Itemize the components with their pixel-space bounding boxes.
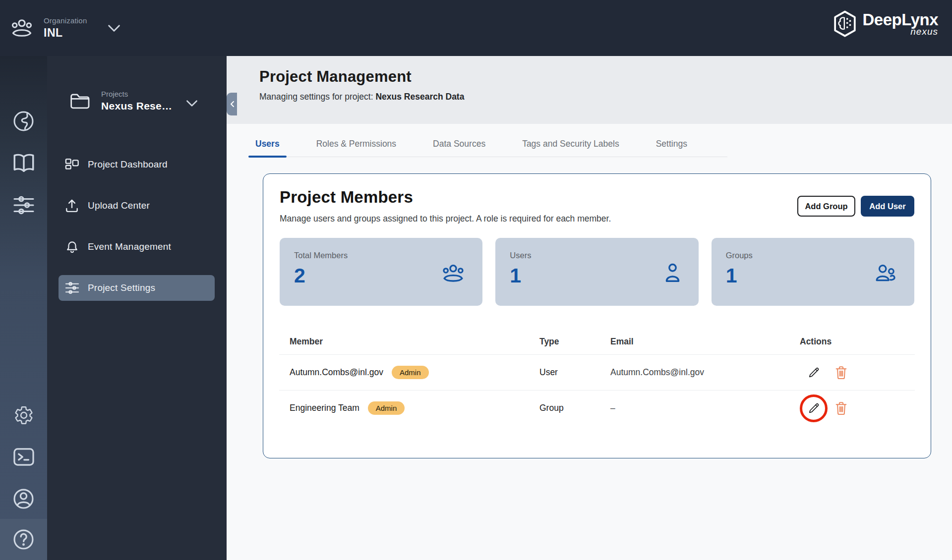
- member-name: Autumn.Combs@inl.gov: [290, 367, 383, 378]
- chevron-down-icon[interactable]: [186, 100, 198, 107]
- members-table: Member Type Email Actions Autumn.Combs@i…: [279, 329, 915, 426]
- organization-name: INL: [44, 26, 87, 40]
- book-icon[interactable]: [0, 141, 47, 184]
- edit-button[interactable]: [800, 359, 828, 387]
- bell-icon: [64, 240, 79, 254]
- subtitle-project-name: Nexus Research Data: [375, 92, 464, 102]
- subtitle-prefix: Managing settings for project:: [259, 92, 375, 102]
- pencil-icon: [807, 401, 821, 415]
- upload-icon: [64, 198, 79, 213]
- tab-users[interactable]: Users: [248, 134, 287, 157]
- stat-total-members: Total Members 2: [280, 238, 482, 306]
- project-selector[interactable]: Projects Nexus Rese…: [69, 90, 227, 112]
- member-email: Autumn.Combs@inl.gov: [610, 367, 800, 378]
- globe-icon[interactable]: [0, 100, 47, 142]
- role-badge: Admin: [368, 401, 405, 415]
- organization-switcher[interactable]: Organization INL: [11, 16, 120, 40]
- icon-rail: [0, 56, 47, 560]
- role-badge: Admin: [392, 366, 429, 379]
- chevron-down-icon[interactable]: [108, 24, 120, 32]
- project-name: Nexus Rese…: [101, 100, 172, 112]
- add-user-button[interactable]: Add User: [861, 196, 914, 217]
- sidebar-item-upload-center[interactable]: Upload Center: [59, 193, 215, 219]
- user-circle-icon[interactable]: [0, 477, 47, 520]
- stat-groups: Groups 1: [712, 238, 914, 306]
- deeplynx-logo: DeepLynx nexus: [832, 10, 939, 38]
- projects-label: Projects: [101, 90, 172, 98]
- user-group-icon: [875, 263, 896, 282]
- sidebar-item-event-management[interactable]: Event Management: [59, 234, 215, 260]
- page-subtitle: Managing settings for project: Nexus Res…: [259, 92, 952, 102]
- sidebar-item-label: Project Dashboard: [88, 159, 168, 170]
- column-header-actions: Actions: [800, 336, 915, 347]
- sidebar-collapse-button[interactable]: [227, 93, 237, 115]
- dashboard-icon: [64, 157, 79, 172]
- tab-settings[interactable]: Settings: [649, 134, 694, 157]
- member-name: Engineering Team: [290, 403, 359, 413]
- page-title: Project Management: [259, 68, 952, 86]
- organization-people-icon: [11, 18, 33, 38]
- terminal-icon[interactable]: [0, 436, 47, 478]
- sidebar-item-label: Event Management: [88, 241, 171, 252]
- folder-icon: [69, 92, 90, 110]
- delete-button[interactable]: [834, 401, 848, 416]
- member-email: –: [610, 403, 800, 413]
- stat-label: Total Members: [294, 251, 482, 260]
- sidebar-item-label: Project Settings: [88, 282, 155, 293]
- stat-label: Groups: [726, 251, 914, 260]
- member-type: User: [539, 367, 610, 378]
- project-sidebar: Projects Nexus Rese… Project Dashboard: [47, 56, 227, 560]
- trash-icon: [834, 401, 848, 416]
- brand-name: DeepLynx: [863, 11, 939, 28]
- help-icon[interactable]: [0, 519, 47, 560]
- tab-data-sources[interactable]: Data Sources: [426, 134, 492, 157]
- add-group-button[interactable]: Add Group: [797, 196, 855, 217]
- table-row: Autumn.Combs@inl.gov Admin User Autumn.C…: [279, 354, 915, 390]
- tab-tags-security-labels[interactable]: Tags and Security Labels: [515, 134, 626, 157]
- stat-users: Users 1: [495, 238, 698, 306]
- column-header-email: Email: [610, 336, 800, 347]
- project-members-panel: Project Members Manage users and groups …: [263, 173, 931, 458]
- deeplynx-hexagon-brain-icon: [832, 10, 858, 38]
- table-row: Engineering Team Admin Group –: [279, 390, 915, 426]
- sidebar-menu: Project Dashboard Upload Center Event M: [47, 152, 227, 301]
- trash-icon: [834, 365, 848, 380]
- column-header-type: Type: [539, 336, 610, 347]
- organization-label: Organization: [44, 16, 87, 25]
- page-header: Project Management Managing settings for…: [227, 56, 952, 124]
- members-group-icon: [442, 264, 465, 282]
- chevron-left-icon: [230, 101, 235, 108]
- sidebar-item-project-settings[interactable]: Project Settings: [59, 275, 215, 301]
- delete-button[interactable]: [834, 365, 848, 380]
- sidebar-item-project-dashboard[interactable]: Project Dashboard: [59, 152, 215, 177]
- main-content: Project Management Managing settings for…: [227, 56, 952, 560]
- column-header-member: Member: [290, 336, 539, 347]
- sliders-icon[interactable]: [0, 184, 47, 226]
- pencil-icon: [807, 366, 821, 379]
- tabs-bar: Users Roles & Permissions Data Sources T…: [248, 134, 727, 157]
- member-stats: Total Members 2 Users 1: [280, 238, 914, 306]
- table-header-row: Member Type Email Actions: [279, 329, 915, 354]
- edit-button-highlighted[interactable]: [800, 394, 828, 422]
- sidebar-item-label: Upload Center: [88, 200, 150, 211]
- member-type: Group: [539, 403, 610, 413]
- gear-icon[interactable]: [0, 394, 47, 437]
- sliders-icon: [64, 281, 79, 294]
- topbar: Organization INL DeepLynx nexus: [0, 0, 952, 56]
- stat-label: Users: [510, 251, 698, 260]
- single-user-icon: [664, 263, 681, 283]
- tab-roles-permissions[interactable]: Roles & Permissions: [309, 134, 403, 157]
